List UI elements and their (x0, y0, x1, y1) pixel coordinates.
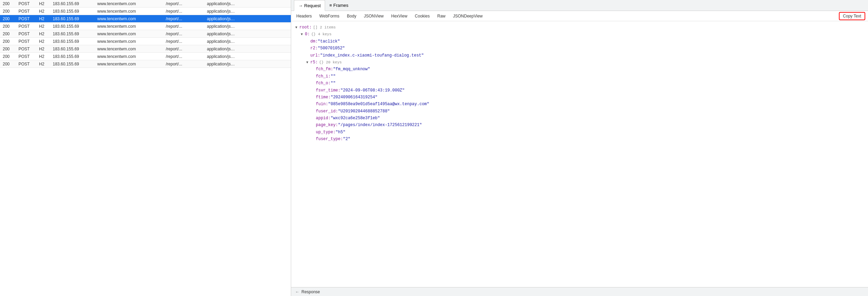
subtab-jsonview[interactable]: JSONView (360, 12, 387, 20)
url-value: "index_index.c-xiaomi-toufang-dialog.tes… (320, 52, 424, 59)
top-tab-bar: → Request ≡ Frames (291, 0, 868, 11)
response-arrow-icon: ← (295, 289, 299, 294)
tab-request[interactable]: → Request (294, 0, 325, 11)
url-key: url: (310, 52, 320, 59)
json-fuser-type-line: fuser_type: "2" (295, 136, 864, 143)
fuser-type-value: "2" (343, 136, 350, 143)
dm-key: dm: (310, 38, 318, 45)
copy-text-button[interactable]: Copy Text (839, 12, 865, 20)
sub-tab-bar: Headers WebForms Body JSONView HexView C… (291, 11, 868, 21)
subtab-raw[interactable]: Raw (433, 12, 449, 20)
request-arrow-icon: → (298, 3, 303, 8)
table-row[interactable]: 200 POST H2 183.60.155.69 www.tencentwm.… (0, 0, 291, 8)
item0-key: 0: (305, 31, 310, 38)
json-fch-o-line: fch_o: "" (295, 80, 864, 87)
json-url-line: url: "index_index.c-xiaomi-toufang-dialo… (295, 52, 864, 59)
table-row[interactable]: 200 POST H2 183.60.155.69 www.tencentwm.… (0, 30, 291, 38)
item0-meta: {} 4 keys (311, 31, 331, 38)
root-key: root: (299, 24, 312, 31)
table-row[interactable]: 200 POST H2 183.60.155.69 www.tencentwm.… (0, 53, 291, 60)
subtab-body[interactable]: Body (343, 12, 360, 20)
fuser-id-value: "U201902044688852788" (338, 108, 390, 115)
subtab-cookies[interactable]: Cookies (411, 12, 433, 20)
subtab-jsondeepview[interactable]: JSONDeepView (449, 12, 486, 20)
fsvr-time-key: fsvr_time: (316, 87, 340, 94)
up-type-key: up_type: (316, 129, 336, 136)
json-fuin-line: fuin: "085e9858ea9e01d5eaf1495aa@wx.tenp… (295, 101, 864, 108)
fuin-key: fuin: (316, 101, 328, 108)
json-item0-line: ▼ 0: {} 4 keys (295, 31, 864, 38)
json-root-line: ▼ root: [] 2 items (295, 24, 864, 31)
toggle-r5-icon[interactable]: ▼ (306, 60, 310, 65)
toggle-item0-icon[interactable]: ▼ (301, 32, 304, 37)
json-r2-line: r2: "500701052" (295, 45, 864, 52)
json-ftime-line: ftime: "20240906164319254" (295, 94, 864, 101)
fuin-value: "085e9858ea9e01d5eaf1495aa@wx.tenpay.com… (328, 101, 429, 108)
r2-value: "500701052" (318, 45, 345, 52)
network-table: 200 POST H2 183.60.155.69 www.tencentwm.… (0, 0, 291, 296)
fch-fm-value: "fm_mqq_unknow" (333, 66, 370, 73)
table-row[interactable]: 200 POST H2 183.60.155.69 www.tencentwm.… (0, 38, 291, 45)
subtab-hexview[interactable]: HexView (387, 12, 411, 20)
response-label: Response (301, 289, 320, 294)
tab-frames-label: Frames (333, 3, 348, 8)
subtab-webforms[interactable]: WebForms (315, 12, 343, 20)
json-up-type-line: up_type: "h5" (295, 129, 864, 136)
fuser-id-key: fuser_id: (316, 108, 338, 115)
tab-frames[interactable]: ≡ Frames (325, 0, 352, 11)
toggle-root-icon[interactable]: ▼ (295, 25, 299, 30)
table-row[interactable]: 200 POST H2 183.60.155.69 www.tencentwm.… (0, 45, 291, 53)
table-row[interactable]: 200 POST H2 183.60.155.69 www.tencentwm.… (0, 8, 291, 15)
up-type-value: "h5" (336, 129, 346, 136)
ftime-value: "20240906164319254" (331, 94, 377, 101)
r2-key: r2: (310, 45, 318, 52)
json-r5-line: ▼ r5: {} 20 keys (295, 59, 864, 66)
page-key-key: page_key: (316, 122, 338, 128)
ftime-key: ftime: (316, 94, 331, 101)
table-row[interactable]: 200 POST H2 183.60.155.69 www.tencentwm.… (0, 15, 291, 23)
json-dm-line: dm: "taclick" (295, 38, 864, 45)
json-tree-view: ▼ root: [] 2 items ▼ 0: {} 4 keys dm: "t… (291, 21, 868, 287)
page-key-value: "/pages/index/index-1725612199221" (338, 122, 422, 128)
fuser-type-key: fuser_type: (316, 136, 343, 143)
bottom-response-bar: ← Response (291, 287, 868, 296)
fch-fm-key: fch_fm: (316, 66, 333, 73)
table-row[interactable]: 200 POST H2 183.60.155.69 www.tencentwm.… (0, 23, 291, 30)
r5-key: r5: (310, 59, 318, 66)
json-fsvr-time-line: fsvr_time: "2024-09-06T08:43:19.000Z" (295, 87, 864, 94)
json-page-key-line: page_key: "/pages/index/index-1725612199… (295, 122, 864, 128)
fch-o-value: "" (331, 80, 335, 87)
table-row[interactable]: 200 POST H2 183.60.155.69 www.tencentwm.… (0, 60, 291, 68)
detail-panel: → Request ≡ Frames Headers WebForms Body… (291, 0, 868, 296)
dm-value: "taclick" (318, 38, 340, 45)
json-fch-fm-line: fch_fm: "fm_mqq_unknow" (295, 66, 864, 73)
frames-icon: ≡ (329, 3, 332, 8)
tab-request-label: Request (304, 3, 321, 8)
fch-o-key: fch_o: (316, 80, 331, 87)
json-appid-line: appid: "wxc92ca6e258e3f1eb" (295, 115, 864, 122)
appid-key: appid: (316, 115, 331, 122)
subtab-headers[interactable]: Headers (293, 12, 315, 20)
root-meta: [] 2 items (313, 24, 336, 31)
r5-meta: {} 20 keys (319, 59, 342, 66)
fch-i-key: fch_i: (316, 73, 331, 80)
fch-i-value: "" (331, 73, 335, 80)
json-fch-i-line: fch_i: "" (295, 73, 864, 80)
json-fuser-id-line: fuser_id: "U201902044688852788" (295, 108, 864, 115)
fsvr-time-value: "2024-09-06T08:43:19.000Z" (340, 87, 405, 94)
appid-value: "wxc92ca6e258e3f1eb" (331, 115, 380, 122)
